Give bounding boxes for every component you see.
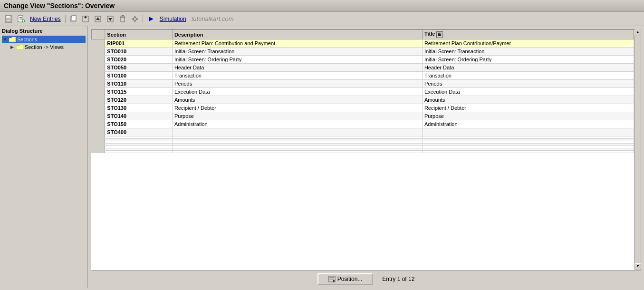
- svg-rect-11: [72, 16, 76, 20]
- section-cell: STO110: [105, 80, 173, 88]
- section-cell: STO115: [105, 88, 173, 96]
- section-cell: [105, 151, 173, 153]
- sections-label: Sections: [17, 37, 37, 42]
- sections-table: Section Description Title ⊞: [91, 29, 634, 153]
- tree-item-sections[interactable]: ▼ Sections: [2, 36, 86, 43]
- svg-rect-23: [135, 21, 135, 22]
- simulation-button[interactable]: [145, 14, 156, 24]
- description-column-header: Description: [172, 30, 422, 39]
- simulation-icon: [147, 15, 154, 23]
- description-cell: Initial Screen: Ordering Party: [172, 56, 422, 64]
- right-panel: Section Description Title ⊞: [88, 26, 644, 288]
- move-up-button[interactable]: [92, 14, 104, 24]
- table-row[interactable]: STO400: [92, 128, 634, 136]
- table-row[interactable]: RIP001Retirement Plan: Contribution and …: [92, 39, 634, 48]
- title-cell: Initial Screen: Ordering Party: [422, 56, 634, 64]
- settings-icon: [131, 15, 139, 23]
- bottom-bar: Position... Entry 1 of 12: [91, 273, 641, 285]
- move-up-icon: [94, 15, 102, 23]
- svg-rect-22: [135, 16, 135, 17]
- section-views-label: Section -> Views: [25, 44, 64, 50]
- svg-marker-26: [149, 17, 154, 21]
- row-indicator: [92, 48, 105, 56]
- table-row[interactable]: STO115Execution DataExecution Data: [92, 88, 634, 96]
- table-row[interactable]: STO130Recipient / DebtorRecipient / Debt…: [92, 104, 634, 112]
- save-button[interactable]: [3, 14, 14, 24]
- row-indicator: [92, 104, 105, 112]
- position-icon: [328, 276, 336, 282]
- sections-arrow: ▼: [3, 37, 9, 42]
- copy-icon: [69, 15, 77, 23]
- move-down-icon: [106, 15, 114, 23]
- section-cell: STO150: [105, 120, 173, 128]
- new-entries-label[interactable]: New Entries: [28, 15, 63, 23]
- svg-rect-1: [6, 16, 10, 18]
- table-row[interactable]: STO100TransactionTransaction: [92, 72, 634, 80]
- scroll-track: [634, 36, 641, 263]
- row-indicator: [92, 120, 105, 128]
- scroll-down-button[interactable]: ▼: [634, 263, 641, 270]
- move-down-button[interactable]: [105, 14, 116, 24]
- vertical-scrollbar[interactable]: ▲ ▼: [634, 29, 641, 270]
- position-button[interactable]: Position...: [317, 273, 373, 285]
- title-bar: Change View "Sections": Overview: [0, 0, 644, 12]
- description-cell: [172, 128, 422, 136]
- table-row[interactable]: [92, 151, 634, 153]
- simulation-label[interactable]: Simulation: [157, 15, 189, 23]
- description-cell: Periods: [172, 80, 422, 88]
- section-cell: STO100: [105, 72, 173, 80]
- table-row[interactable]: STO010Initial Screen: TransactionInitial…: [92, 48, 634, 56]
- description-cell: Purpose: [172, 112, 422, 120]
- title-cell: Periods: [422, 80, 634, 88]
- svg-point-21: [134, 18, 136, 20]
- section-cell: STO020: [105, 56, 173, 64]
- main-layout: Dialog Structure ▼ Sections ▶ Section ->: [0, 26, 644, 288]
- row-indicator: [92, 112, 105, 120]
- title-cell: Amounts: [422, 96, 634, 104]
- title-cell: Purpose: [422, 112, 634, 120]
- description-cell: Retirement Plan: Contribution and Paymen…: [172, 39, 422, 48]
- entry-info: Entry 1 of 12: [382, 276, 414, 282]
- settings-button[interactable]: [129, 14, 141, 24]
- section-cell: STO130: [105, 104, 173, 112]
- paste-button[interactable]: [80, 14, 91, 24]
- row-indicator: [92, 128, 105, 136]
- title-cell: Administration: [422, 120, 634, 128]
- description-cell: Transaction: [172, 72, 422, 80]
- horizontal-scrollbar: ◄ ► ◄ ►: [91, 270, 641, 271]
- scroll-up-button[interactable]: ▲: [634, 29, 641, 36]
- table-row[interactable]: STO050Header DataHeader Data: [92, 64, 634, 72]
- title-cell: Initial Screen: Transaction: [422, 48, 634, 56]
- section-column-header: Section: [105, 30, 173, 39]
- title-cell: [422, 128, 634, 136]
- row-indicator: [92, 88, 105, 96]
- tree-item-section-views[interactable]: ▶ Section -> Views: [2, 43, 86, 51]
- window-title: Change View "Sections": Overview: [4, 2, 115, 10]
- row-indicator: [92, 56, 105, 64]
- table-row[interactable]: STO110PeriodsPeriods: [92, 80, 634, 88]
- title-cell: [422, 151, 634, 153]
- table-row[interactable]: STO120AmountsAmounts: [92, 96, 634, 104]
- title-cell: Execution Data: [422, 88, 634, 96]
- table-row[interactable]: STO150AdministrationAdministration: [92, 120, 634, 128]
- section-cell: RIP001: [105, 39, 173, 48]
- copy-button[interactable]: [67, 14, 79, 24]
- delete-button[interactable]: [117, 14, 128, 24]
- row-indicator: [92, 80, 105, 88]
- table-row[interactable]: STO140PurposePurpose: [92, 112, 634, 120]
- svg-rect-25: [137, 19, 138, 19]
- column-settings-icon[interactable]: ⊞: [436, 31, 443, 38]
- delete-icon: [119, 15, 126, 23]
- watermark: tutorialkart.com: [192, 15, 234, 22]
- description-cell: Execution Data: [172, 88, 422, 96]
- description-cell: Amounts: [172, 96, 422, 104]
- sections-folder-icon: [9, 36, 16, 43]
- table-row[interactable]: STO020Initial Screen: Ordering PartyInit…: [92, 56, 634, 64]
- title-cell: Retirement Plan Contribution/Paymer: [422, 39, 634, 48]
- table-scroll[interactable]: Section Description Title ⊞: [91, 29, 634, 270]
- row-indicator: [92, 151, 105, 153]
- title-column-header: Title ⊞: [422, 30, 634, 39]
- table-body: RIP001Retirement Plan: Contribution and …: [92, 39, 634, 153]
- new-entries-button[interactable]: [15, 14, 27, 24]
- description-cell: Administration: [172, 120, 422, 128]
